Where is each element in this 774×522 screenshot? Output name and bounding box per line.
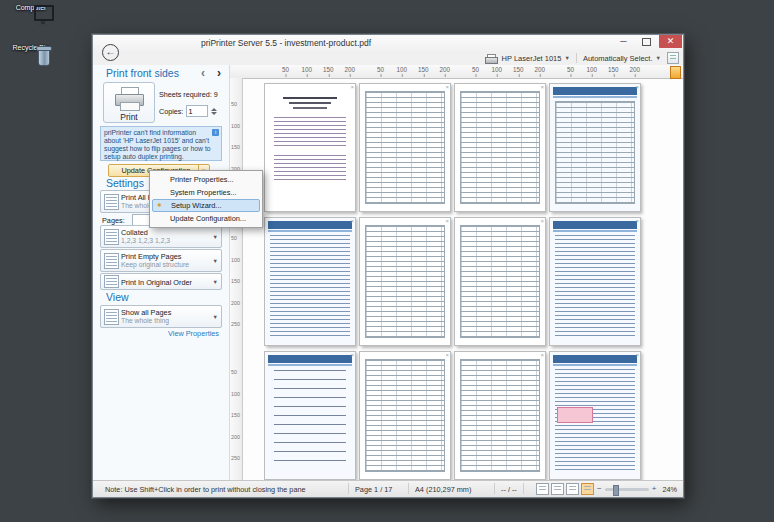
warning-text: priPrinter can't find information about … bbox=[104, 129, 211, 160]
ruler-mark: 50 bbox=[472, 66, 479, 73]
page-thumbnail[interactable]: × bbox=[549, 217, 641, 346]
page-delete-icon[interactable]: × bbox=[350, 84, 354, 91]
view-heading: View bbox=[106, 291, 129, 303]
next-mode-button[interactable]: › bbox=[217, 66, 221, 80]
menu-item-label: Printer Properties... bbox=[170, 175, 234, 184]
page-delete-icon[interactable]: × bbox=[635, 352, 639, 359]
menu-item[interactable]: System Properties... bbox=[152, 186, 260, 199]
page-thumbnail[interactable]: × bbox=[454, 83, 546, 212]
page-delete-icon[interactable]: × bbox=[540, 218, 544, 225]
order-icon bbox=[104, 275, 119, 288]
pages-grid: ×××××××××××× bbox=[230, 78, 683, 481]
zoom-slider[interactable] bbox=[605, 488, 649, 491]
ruler-mark: 50 bbox=[567, 66, 574, 73]
chevron-down-icon: ▼ bbox=[213, 314, 218, 320]
pages-label: Pages: bbox=[102, 216, 125, 225]
page-thumbnail[interactable]: × bbox=[359, 83, 451, 212]
page-thumbnail[interactable]: × bbox=[549, 351, 641, 480]
printer-select-value: HP LaserJet 1015 bbox=[502, 54, 562, 63]
empty-pages-dropdown[interactable]: Print Empty Pages Keep original structur… bbox=[100, 249, 222, 272]
ruler-mark: 50 bbox=[282, 66, 289, 73]
page-delete-icon[interactable]: × bbox=[445, 218, 449, 225]
print-button[interactable]: Print bbox=[103, 82, 155, 123]
page-thumbnail[interactable]: × bbox=[549, 83, 641, 212]
page-thumbnail[interactable]: × bbox=[264, 351, 356, 480]
ruler-mark: 150 bbox=[513, 66, 524, 73]
page-header-bar bbox=[553, 355, 637, 363]
page-delete-icon[interactable]: × bbox=[635, 218, 639, 225]
ruler-mark: 200 bbox=[344, 66, 355, 73]
page-thumbnail[interactable]: × bbox=[264, 217, 356, 346]
desktop-icon-recycle-bin[interactable]: Recycle Bin bbox=[2, 44, 60, 52]
menu-item[interactable]: ✶Setup Wizard... bbox=[152, 199, 260, 212]
menu-item[interactable]: Update Configuration... bbox=[152, 212, 260, 225]
app-window: priPrinter Server 5.5 - investment-produ… bbox=[92, 34, 684, 498]
menu-item-label: System Properties... bbox=[170, 188, 237, 197]
page-delete-icon[interactable]: × bbox=[635, 84, 639, 91]
page-header-bar bbox=[553, 87, 637, 95]
menu-item-label: Update Configuration... bbox=[170, 214, 246, 223]
statusbar-separator bbox=[408, 483, 409, 494]
ruler-mark: 200 bbox=[439, 66, 450, 73]
collate-icon bbox=[104, 229, 119, 245]
page-thumbnail[interactable]: × bbox=[454, 217, 546, 346]
view-mode-grid-icon[interactable] bbox=[566, 483, 579, 495]
view-mode-single-icon[interactable] bbox=[536, 483, 549, 495]
view-mode-facing-icon[interactable] bbox=[551, 483, 564, 495]
sheets-required-label: Sheets required: 9 bbox=[159, 90, 218, 99]
ruler-mark: 150 bbox=[418, 66, 429, 73]
page-delete-icon[interactable]: × bbox=[540, 352, 544, 359]
page-thumbnail[interactable]: × bbox=[359, 351, 451, 480]
zoom-slider-thumb[interactable] bbox=[613, 485, 619, 496]
zoom-in-button[interactable]: + bbox=[651, 484, 658, 494]
page-header-bar bbox=[553, 221, 637, 229]
page-delete-icon[interactable]: × bbox=[445, 84, 449, 91]
view-mode-thumbnails-icon[interactable] bbox=[581, 483, 594, 495]
page-delete-icon[interactable]: × bbox=[350, 218, 354, 225]
zoom-out-button[interactable]: − bbox=[596, 484, 603, 494]
chevron-down-icon: ▼ bbox=[213, 234, 218, 240]
collate-dropdown[interactable]: Collated 1,2,3 1,2,3 1,2,3 ▼ bbox=[100, 225, 222, 248]
page-thumbnail[interactable]: × bbox=[454, 351, 546, 480]
chevron-down-icon: ▼ bbox=[656, 55, 661, 61]
menu-item[interactable]: Printer Properties... bbox=[152, 173, 260, 186]
printer-select[interactable]: HP LaserJet 1015 ▼ bbox=[502, 54, 570, 63]
page-setup-icon[interactable] bbox=[670, 66, 681, 79]
page-delete-icon[interactable]: × bbox=[540, 84, 544, 91]
desktop-icon-computer[interactable]: Computer bbox=[2, 4, 60, 12]
back-button[interactable]: ← bbox=[102, 44, 119, 61]
page-thumbnail[interactable]: × bbox=[359, 217, 451, 346]
copies-row: Copies: bbox=[159, 105, 217, 117]
ruler-mark: 100 bbox=[492, 66, 503, 73]
paper-size-indicator: A4 (210,297 mm) bbox=[415, 485, 471, 494]
left-panel: Print front sides ‹ › Print Sheets requi… bbox=[93, 65, 230, 481]
close-button[interactable]: ✕ bbox=[659, 35, 682, 48]
statusbar-separator bbox=[494, 483, 495, 494]
dropdown-label: Collated bbox=[121, 228, 148, 237]
page-indicator[interactable]: Page 1 / 17 bbox=[355, 485, 392, 494]
chevron-down-icon: ▼ bbox=[213, 279, 218, 285]
page-delete-icon[interactable]: × bbox=[350, 352, 354, 359]
prev-mode-button[interactable]: ‹ bbox=[201, 66, 205, 80]
show-pages-dropdown[interactable]: Show all Pages The whole thing ▼ bbox=[100, 305, 222, 328]
copies-input[interactable] bbox=[186, 105, 208, 117]
paper-source-select[interactable]: Automatically Select. ▼ bbox=[583, 54, 661, 63]
printer-toolbar: HP LaserJet 1015 ▼ Automatically Select.… bbox=[229, 51, 679, 65]
copies-spinner[interactable] bbox=[211, 108, 217, 115]
cursor-position-indicator: -- / -- bbox=[501, 485, 517, 494]
minimize-button[interactable]: ─ bbox=[612, 35, 635, 48]
duplex-warning-box: i priPrinter can't find information abou… bbox=[100, 126, 222, 161]
menu-item-label: Setup Wizard... bbox=[171, 201, 222, 210]
print-order-dropdown[interactable]: Print In Original Order ▼ bbox=[100, 273, 222, 290]
view-properties-link[interactable]: View Properties bbox=[168, 329, 219, 338]
page-thumbnail[interactable]: × bbox=[264, 83, 356, 212]
chevron-down-icon: ▼ bbox=[213, 258, 218, 264]
horizontal-ruler: 5010015020050100150200501001502005010015… bbox=[230, 65, 683, 79]
options-icon[interactable] bbox=[667, 52, 679, 64]
context-menu: Printer Properties...System Properties..… bbox=[149, 170, 263, 228]
print-button-label: Print bbox=[104, 112, 154, 122]
statusbar-separator bbox=[523, 483, 524, 494]
maximize-button[interactable] bbox=[635, 35, 658, 48]
ruler-mark: 200 bbox=[534, 66, 545, 73]
page-delete-icon[interactable]: × bbox=[445, 352, 449, 359]
